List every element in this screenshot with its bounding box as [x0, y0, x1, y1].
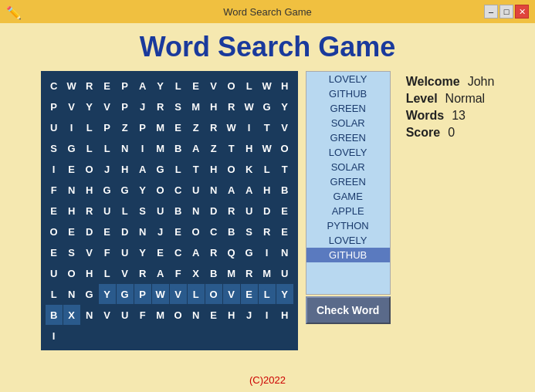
grid-cell[interactable]: N — [63, 180, 80, 200]
grid-cell[interactable]: H — [117, 159, 134, 179]
grid-cell[interactable]: J — [134, 96, 151, 117]
grid-cell[interactable]: E — [63, 159, 80, 179]
grid-cell[interactable]: V — [63, 96, 80, 117]
grid-cell[interactable]: E — [188, 76, 205, 96]
grid-cell[interactable]: B — [205, 263, 222, 283]
word-item[interactable]: LOVELY — [306, 145, 390, 160]
grid-cell[interactable]: U — [241, 201, 258, 221]
grid-cell[interactable]: R — [81, 201, 98, 221]
grid-cell[interactable]: C — [205, 221, 222, 242]
grid-cell[interactable]: M — [259, 263, 276, 283]
grid-cell[interactable]: D — [259, 201, 276, 221]
grid-cell[interactable]: W — [152, 284, 169, 304]
grid-cell[interactable]: A — [188, 138, 205, 158]
grid-cell[interactable]: E — [63, 221, 80, 242]
word-item[interactable]: GITHUB — [306, 248, 390, 262]
grid-cell[interactable]: L — [99, 138, 116, 158]
grid-cell[interactable]: I — [63, 117, 80, 137]
grid-cell[interactable]: S — [63, 242, 80, 262]
grid-cell[interactable]: H — [259, 180, 276, 200]
grid-cell[interactable]: O — [223, 159, 240, 179]
grid-cell[interactable]: W — [259, 76, 276, 96]
grid-cell[interactable]: P — [99, 117, 116, 137]
grid-cell[interactable]: G — [81, 284, 98, 304]
grid-cell[interactable]: Y — [152, 76, 169, 96]
grid-cell[interactable]: H — [223, 305, 240, 325]
grid-cell[interactable]: G — [63, 138, 80, 158]
grid-cell[interactable]: G — [152, 159, 169, 179]
grid-cell[interactable]: U — [117, 305, 134, 325]
grid-cell[interactable]: L — [81, 138, 98, 158]
grid-cell[interactable]: G — [241, 242, 258, 262]
grid-cell[interactable]: L — [241, 76, 258, 96]
grid-cell[interactable]: Y — [81, 96, 98, 117]
grid-cell[interactable]: M — [152, 117, 169, 137]
grid-cell[interactable]: P — [117, 76, 134, 96]
grid-cell[interactable]: L — [81, 117, 98, 137]
grid-cell[interactable]: F — [134, 305, 151, 325]
grid-cell[interactable]: R — [223, 96, 240, 117]
grid-cell[interactable]: E — [170, 221, 187, 242]
grid-cell[interactable]: F — [99, 242, 116, 262]
grid-cell[interactable]: W — [259, 138, 276, 158]
grid-cell[interactable]: M — [152, 138, 169, 158]
grid-cell[interactable]: L — [99, 263, 116, 283]
grid-cell[interactable]: E — [205, 305, 222, 325]
grid-cell[interactable]: N — [188, 201, 205, 221]
grid-cell[interactable]: E — [46, 242, 63, 262]
grid-cell[interactable]: M — [188, 96, 205, 117]
grid-cell[interactable]: T — [188, 159, 205, 179]
grid-cell[interactable]: N — [276, 242, 293, 262]
grid-cell[interactable]: Y — [276, 96, 293, 117]
grid-cell[interactable]: J — [99, 159, 116, 179]
grid-cell[interactable]: A — [188, 242, 205, 262]
grid-cell[interactable]: R — [223, 201, 240, 221]
grid-cell[interactable]: Y — [134, 180, 151, 200]
grid-cell[interactable]: C — [170, 242, 187, 262]
check-word-button[interactable]: Check Word — [306, 296, 391, 324]
word-list-scroll[interactable]: LOVELYGITHUBGREENSOLARGREENLOVELYSOLARGR… — [306, 71, 391, 295]
word-item[interactable]: LOVELY — [306, 72, 390, 86]
grid-cell[interactable]: L — [188, 284, 205, 304]
grid-cell[interactable]: R — [259, 221, 276, 242]
grid-cell[interactable]: L — [117, 201, 134, 221]
grid-cell[interactable]: A — [152, 263, 169, 283]
grid-cell[interactable]: O — [205, 284, 222, 304]
close-button[interactable]: ✕ — [515, 5, 529, 19]
grid-cell[interactable]: D — [117, 221, 134, 242]
grid-cell[interactable]: U — [152, 201, 169, 221]
grid-cell[interactable]: B — [170, 138, 187, 158]
grid-cell[interactable]: L — [259, 159, 276, 179]
grid-cell[interactable]: J — [241, 305, 258, 325]
grid-cell[interactable]: X — [188, 263, 205, 283]
grid-cell[interactable]: R — [205, 242, 222, 262]
word-item[interactable]: GREEN — [306, 101, 390, 116]
grid-cell[interactable]: R — [205, 117, 222, 137]
grid-cell[interactable]: U — [188, 180, 205, 200]
grid-cell[interactable]: E — [276, 221, 293, 242]
grid-cell[interactable]: N — [117, 138, 134, 158]
grid-cell[interactable]: E — [170, 117, 187, 137]
grid-cell[interactable]: Z — [205, 138, 222, 158]
grid-cell[interactable]: I — [46, 159, 63, 179]
grid-cell[interactable]: O — [63, 263, 80, 283]
grid-cell[interactable]: S — [241, 221, 258, 242]
word-grid[interactable]: CWREPAYLEVOLWHPVYVPJRSMHRWGYUILPZPMEZRWI… — [41, 71, 298, 350]
grid-cell[interactable]: F — [46, 180, 63, 200]
grid-cell[interactable]: Y — [134, 242, 151, 262]
grid-cell[interactable]: N — [205, 180, 222, 200]
grid-cell[interactable]: J — [152, 221, 169, 242]
grid-cell[interactable]: N — [63, 284, 80, 304]
grid-cell[interactable]: P — [134, 284, 151, 304]
grid-cell[interactable]: V — [205, 76, 222, 96]
grid-cell[interactable]: I — [259, 242, 276, 262]
grid-cell[interactable]: V — [99, 305, 116, 325]
grid-cell[interactable]: O — [276, 138, 293, 158]
grid-cell[interactable]: C — [46, 76, 63, 96]
grid-cell[interactable]: G — [259, 96, 276, 117]
grid-cell[interactable]: H — [241, 138, 258, 158]
grid-cell[interactable]: Y — [276, 284, 293, 304]
grid-cell[interactable]: H — [63, 201, 80, 221]
grid-cell[interactable]: W — [241, 96, 258, 117]
grid-cell[interactable]: T — [259, 117, 276, 137]
